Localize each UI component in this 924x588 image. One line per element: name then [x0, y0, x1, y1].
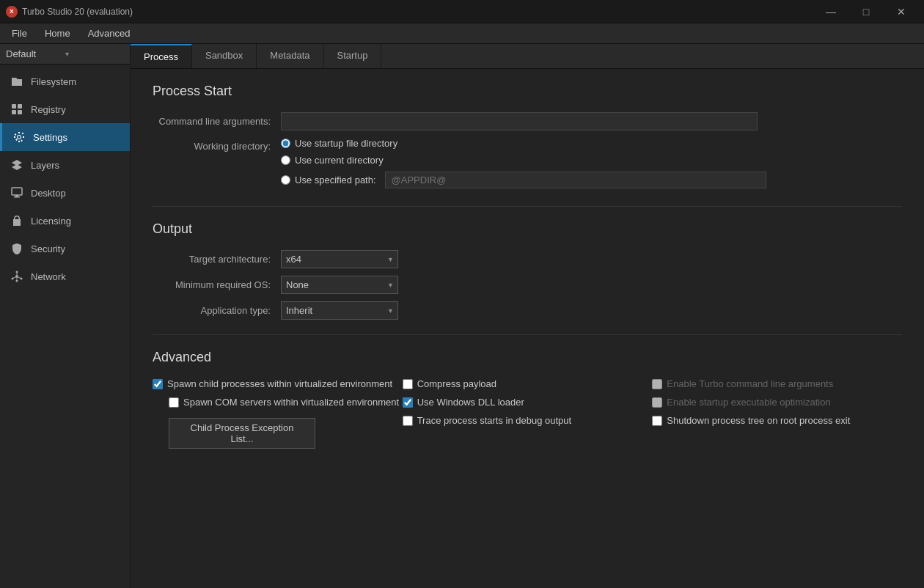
desktop-icon — [10, 186, 23, 199]
sidebar-label-security: Security — [31, 243, 65, 254]
filesystem-icon — [10, 75, 23, 88]
min-os-wrapper: None — [281, 276, 398, 294]
windows-dll-checkbox[interactable] — [403, 397, 413, 408]
checkbox-windows-dll: Use Windows DLL loader — [403, 397, 653, 408]
svg-line-15 — [18, 277, 21, 278]
command-line-input[interactable] — [281, 112, 758, 131]
radio-specified-path-label[interactable]: Use specified path: — [295, 174, 376, 185]
checkbox-spawn-com: Spawn COM servers within virtualized env… — [153, 397, 403, 408]
sidebar-item-network[interactable]: Network — [0, 262, 130, 290]
spawn-child-checkbox[interactable] — [153, 379, 163, 389]
target-arch-select[interactable]: x64 x86 — [281, 250, 398, 268]
output-title: Output — [153, 221, 902, 237]
radio-specified-path-row: Use specified path: — [281, 172, 766, 188]
sidebar-label-licensing: Licensing — [31, 216, 71, 227]
advanced-col-3: Enable Turbo command line arguments Enab… — [652, 378, 902, 449]
startup-opt-checkbox — [652, 397, 662, 408]
sidebar-label-filesystem: Filesystem — [31, 76, 76, 87]
startup-opt-label: Enable startup executable optimization — [667, 397, 830, 408]
licensing-icon — [10, 214, 23, 227]
spawn-child-label[interactable]: Spawn child processes within virtualized… — [167, 378, 392, 389]
app-type-label: Application type: — [153, 305, 281, 316]
app-body: Default ▾ Filesystem Registry Settings — [0, 44, 924, 588]
maximize-button[interactable]: □ — [849, 0, 883, 23]
tab-sandbox[interactable]: Sandbox — [192, 44, 257, 68]
content-area: Process Sandbox Metadata Startup Process… — [131, 44, 924, 588]
network-icon — [10, 270, 23, 283]
svg-point-7 — [15, 275, 18, 278]
working-dir-row: Working directory: Use startup file dire… — [153, 138, 902, 191]
svg-rect-3 — [18, 110, 22, 114]
radio-current-dir[interactable] — [281, 155, 290, 165]
sidebar-dropdown-value: Default — [6, 48, 65, 59]
tab-metadata[interactable]: Metadata — [257, 44, 323, 68]
app-icon: × — [6, 6, 18, 18]
sidebar-item-registry[interactable]: Registry — [0, 95, 130, 123]
trace-checkbox[interactable] — [403, 416, 413, 426]
close-button[interactable]: ✕ — [884, 0, 918, 23]
main-content: Process Start Command line arguments: Wo… — [131, 69, 924, 588]
radio-current-dir-row: Use current directory — [281, 155, 766, 166]
app-type-select[interactable]: Inherit — [281, 301, 398, 320]
checkbox-turbo-args: Enable Turbo command line arguments — [652, 378, 902, 389]
radio-startup-file[interactable] — [281, 139, 290, 148]
svg-rect-4 — [12, 188, 22, 195]
svg-rect-6 — [14, 196, 20, 198]
menu-advanced[interactable]: Advanced — [79, 25, 139, 42]
sidebar-dropdown[interactable]: Default ▾ — [0, 44, 130, 65]
target-arch-row: Target architecture: x64 x86 — [153, 250, 902, 268]
tab-startup[interactable]: Startup — [324, 44, 382, 68]
exception-btn-wrapper: Child Process Exception List... — [153, 415, 403, 449]
sidebar-label-network: Network — [31, 271, 66, 282]
tab-process[interactable]: Process — [131, 44, 192, 68]
target-arch-wrapper: x64 x86 — [281, 250, 398, 268]
menubar: File Home Advanced — [0, 23, 924, 44]
svg-point-9 — [16, 280, 18, 282]
compress-payload-label[interactable]: Compress payload — [417, 378, 496, 389]
sidebar-item-filesystem[interactable]: Filesystem — [0, 67, 130, 95]
specified-path-input[interactable] — [385, 172, 766, 188]
app-type-row: Application type: Inherit — [153, 301, 902, 320]
checkbox-startup-opt: Enable startup executable optimization — [652, 397, 902, 408]
working-dir-label: Working directory: — [153, 138, 281, 152]
layers-icon — [10, 158, 23, 172]
sidebar-item-desktop[interactable]: Desktop — [0, 179, 130, 207]
advanced-col-2: Compress payload Use Windows DLL loader … — [403, 378, 653, 449]
section-divider-2 — [153, 334, 902, 335]
min-os-select[interactable]: None — [281, 276, 398, 294]
minimize-button[interactable]: — — [814, 0, 848, 23]
sidebar-item-layers[interactable]: Layers — [0, 151, 130, 179]
sidebar: Default ▾ Filesystem Registry Settings — [0, 44, 131, 588]
window-controls: — □ ✕ — [814, 0, 918, 23]
trace-label[interactable]: Trace process starts in debug output — [417, 415, 572, 426]
registry-icon — [10, 103, 23, 116]
min-os-label: Minimum required OS: — [153, 279, 281, 290]
section-divider-1 — [153, 206, 902, 207]
svg-line-14 — [13, 277, 15, 278]
settings-icon — [12, 131, 26, 144]
menu-home[interactable]: Home — [36, 25, 79, 42]
sidebar-item-licensing[interactable]: Licensing — [0, 207, 130, 235]
radio-current-dir-label[interactable]: Use current directory — [295, 155, 384, 166]
spawn-com-label[interactable]: Spawn COM servers within virtualized env… — [183, 397, 399, 408]
process-start-title: Process Start — [153, 84, 902, 99]
checkbox-trace: Trace process starts in debug output — [403, 415, 653, 426]
compress-payload-checkbox[interactable] — [403, 379, 413, 389]
shutdown-checkbox[interactable] — [652, 416, 662, 426]
sidebar-label-desktop: Desktop — [31, 188, 66, 199]
sidebar-label-layers: Layers — [31, 160, 59, 171]
titlebar: × Turbo Studio 20 (evaluation) — □ ✕ — [0, 0, 924, 23]
checkbox-shutdown: Shutdown process tree on root process ex… — [652, 415, 902, 426]
windows-dll-label[interactable]: Use Windows DLL loader — [417, 397, 524, 408]
chevron-down-icon: ▾ — [65, 50, 125, 58]
menu-file[interactable]: File — [3, 25, 36, 42]
spawn-com-checkbox[interactable] — [169, 397, 179, 408]
app-type-wrapper: Inherit — [281, 301, 398, 320]
shutdown-label[interactable]: Shutdown process tree on root process ex… — [667, 415, 850, 426]
checkbox-spawn-child: Spawn child processes within virtualized… — [153, 378, 403, 389]
sidebar-item-settings[interactable]: Settings — [0, 123, 130, 151]
sidebar-item-security[interactable]: Security — [0, 235, 130, 262]
radio-specified-path[interactable] — [281, 175, 290, 185]
exception-list-button[interactable]: Child Process Exception List... — [169, 418, 315, 449]
radio-startup-file-label[interactable]: Use startup file directory — [295, 138, 397, 149]
